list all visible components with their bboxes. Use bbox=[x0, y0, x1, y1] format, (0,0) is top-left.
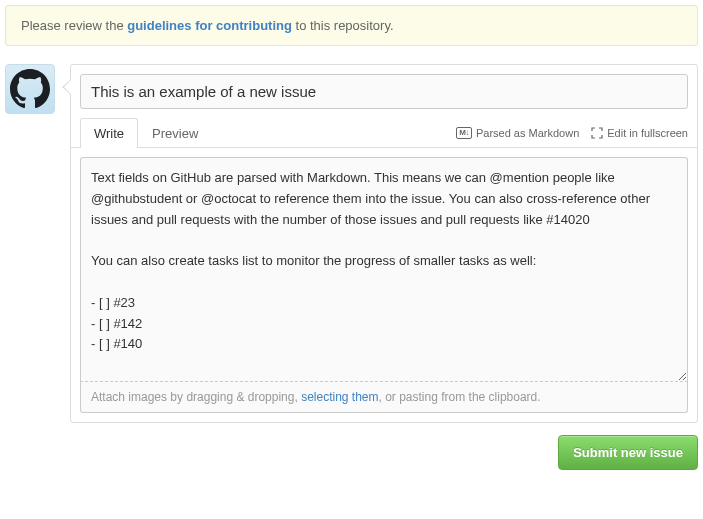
submit-new-issue-button[interactable]: Submit new issue bbox=[558, 435, 698, 470]
issue-body-textarea[interactable] bbox=[80, 157, 688, 382]
attach-hint[interactable]: Attach images by dragging & dropping, se… bbox=[80, 382, 688, 413]
attach-suffix: , or pasting from the clipboard. bbox=[379, 390, 541, 404]
notice-prefix: Please review the bbox=[21, 18, 127, 33]
octocat-icon bbox=[10, 69, 50, 109]
contributing-guidelines-link[interactable]: guidelines for contributing bbox=[127, 18, 292, 33]
attach-prefix: Attach images by dragging & dropping, bbox=[91, 390, 301, 404]
avatar[interactable] bbox=[5, 64, 55, 114]
tab-preview[interactable]: Preview bbox=[138, 118, 212, 148]
fullscreen-text: Edit in fullscreen bbox=[607, 127, 688, 139]
notice-suffix: to this repository. bbox=[292, 18, 394, 33]
issue-title-input[interactable] bbox=[80, 74, 688, 109]
fullscreen-icon bbox=[591, 127, 603, 139]
markdown-hint-link[interactable]: M↓ Parsed as Markdown bbox=[456, 127, 579, 139]
issue-form: Write Preview M↓ Parsed as Markdown Edit… bbox=[70, 64, 698, 423]
contributing-notice: Please review the guidelines for contrib… bbox=[5, 5, 698, 46]
tabs-row: Write Preview M↓ Parsed as Markdown Edit… bbox=[71, 118, 697, 148]
markdown-icon: M↓ bbox=[456, 127, 472, 139]
attach-select-link[interactable]: selecting them bbox=[301, 390, 378, 404]
tab-write[interactable]: Write bbox=[80, 118, 138, 148]
edit-fullscreen-link[interactable]: Edit in fullscreen bbox=[591, 127, 688, 139]
markdown-hint-text: Parsed as Markdown bbox=[476, 127, 579, 139]
